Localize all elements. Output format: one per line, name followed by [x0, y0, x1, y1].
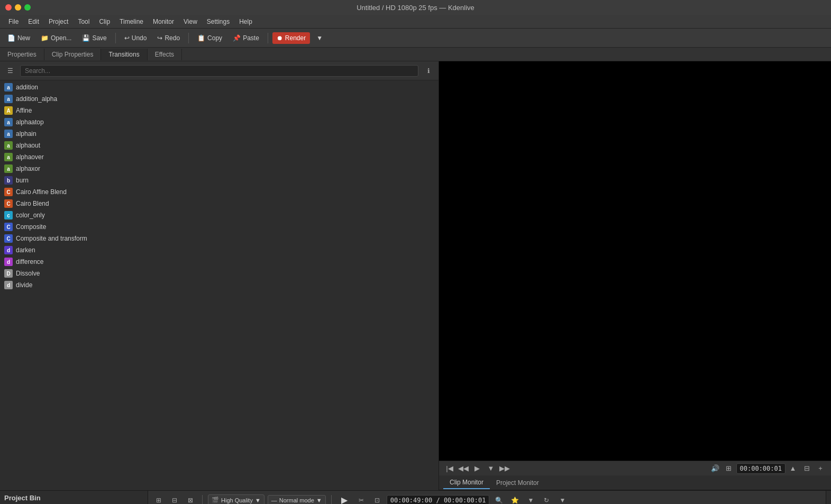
preview-controls-bar: |◀ ◀◀ ▶ ▼ ▶▶ 🔊 ⊞ 00:00:00:01 ▲ ⊟ + [439, 461, 831, 475]
timeline-ripple-button[interactable]: ⊟ [168, 494, 181, 505]
preview-controls-group: |◀ ◀◀ ▶ ▼ ▶▶ [443, 462, 511, 475]
preview-extra-controls: 🔊 ⊞ 00:00:00:01 ▲ ⊟ + [709, 462, 827, 475]
transitions-search-input[interactable] [20, 65, 418, 77]
timecode-up[interactable]: ▲ [787, 462, 799, 475]
timeline-zoom-in-button[interactable]: 🔍 [492, 494, 505, 505]
play-dropdown-button[interactable]: ▼ [485, 462, 497, 475]
redo-button[interactable]: ↪ Redo [153, 32, 184, 44]
add-marker-button[interactable]: + [814, 462, 827, 475]
save-icon: 💾 [82, 34, 90, 42]
save-button[interactable]: 💾 Save [78, 32, 111, 44]
window-title: Untitled / HD 1080p 25 fps — Kdenlive [357, 4, 474, 12]
transition-name: alphaout [16, 142, 40, 149]
menu-project[interactable]: Project [44, 17, 72, 26]
menu-edit[interactable]: Edit [24, 17, 43, 26]
copy-button[interactable]: 📋 Copy [193, 32, 226, 44]
menu-file[interactable]: File [4, 17, 23, 26]
transition-item[interactable]: ddivide [0, 279, 439, 291]
titlebar: Untitled / HD 1080p 25 fps — Kdenlive [0, 0, 831, 15]
tab-effects[interactable]: Effects [148, 49, 182, 60]
open-button[interactable]: 📁 Open... [36, 32, 76, 44]
timeline-extra-dropdown[interactable]: ▼ [556, 494, 569, 505]
volume-button[interactable]: 🔊 [709, 462, 722, 475]
timeline-loop-button[interactable]: ↻ [540, 494, 553, 505]
copy-icon: 📋 [197, 34, 205, 42]
transition-icon: C [4, 199, 13, 208]
transition-item[interactable]: ccolor_only [0, 209, 439, 221]
undo-icon: ↩ [124, 34, 130, 42]
transition-item[interactable]: ddarken [0, 244, 439, 256]
transition-icon: C [4, 188, 13, 196]
transition-item[interactable]: bburn [0, 175, 439, 186]
maximize-button[interactable] [24, 4, 31, 11]
menu-help[interactable]: Help [235, 17, 257, 26]
paste-button[interactable]: 📌 Paste [229, 32, 263, 44]
transition-icon: A [4, 106, 13, 115]
transition-item[interactable]: aaddition_alpha [0, 93, 439, 105]
window-controls [5, 4, 31, 11]
transition-name: Composite [16, 223, 46, 231]
transition-name: Composite and transform [16, 235, 87, 242]
transition-item[interactable]: CComposite and transform [0, 233, 439, 244]
clip-monitor-tab[interactable]: Clip Monitor [443, 476, 490, 489]
transition-item[interactable]: ddifference [0, 256, 439, 268]
transition-item[interactable]: CCairo Affine Blend [0, 186, 439, 198]
project-monitor-tab[interactable]: Project Monitor [490, 477, 545, 489]
timeline-play-button[interactable]: ▶ [337, 493, 352, 505]
tab-properties[interactable]: Properties [0, 49, 44, 60]
play-pause-button[interactable]: ▶ [471, 462, 483, 475]
transition-item[interactable]: aaddition [0, 81, 439, 93]
transition-item[interactable]: aalphaxor [0, 163, 439, 175]
menu-clip[interactable]: Clip [95, 17, 114, 26]
render-dropdown-button[interactable]: ▼ [312, 32, 327, 44]
transition-item[interactable]: CCairo Blend [0, 198, 439, 209]
transition-item[interactable]: aalphaover [0, 151, 439, 163]
transition-name: color_only [16, 212, 45, 219]
mode-label: Normal mode [279, 497, 314, 503]
timeline-cut-button[interactable]: ✂ [355, 494, 368, 505]
transition-item[interactable]: CComposite [0, 221, 439, 233]
tab-transitions[interactable]: Transitions [101, 49, 147, 60]
timeline-zone-button[interactable]: ⭐ [508, 494, 521, 505]
menu-tool[interactable]: Tool [74, 17, 94, 26]
transitions-panel: ☰ ℹ aadditionaaddition_alphaAAffineaalph… [0, 61, 439, 490]
tab-clip-properties[interactable]: Clip Properties [44, 49, 102, 60]
timeline-snap-button[interactable]: ⊞ [152, 494, 165, 505]
info-button[interactable]: ℹ [423, 65, 434, 77]
transition-icon: b [4, 176, 13, 185]
transition-item[interactable]: DDissolve [0, 268, 439, 279]
close-button[interactable] [5, 4, 12, 11]
transitions-list: aadditionaaddition_alphaAAffineaalphaato… [0, 80, 439, 490]
quality-icon: 🎬 [212, 497, 219, 503]
right-scrollbar[interactable] [826, 491, 831, 504]
step-forward-button[interactable]: ▶▶ [498, 462, 511, 475]
transition-icon: c [4, 211, 13, 219]
menu-view[interactable]: View [179, 17, 202, 26]
timeline-group-button[interactable]: ⊠ [184, 494, 197, 505]
list-icon-button[interactable]: ☰ [4, 65, 16, 77]
render-button[interactable]: ⏺ Render [272, 32, 310, 44]
minimize-button[interactable] [15, 4, 21, 11]
step-back-button[interactable]: ◀◀ [457, 462, 470, 475]
quality-dropdown[interactable]: 🎬 High Quality ▼ [208, 494, 264, 504]
fullscreen-fit-button[interactable]: ⊞ [723, 462, 735, 475]
transition-name: alphain [16, 130, 36, 138]
grid-button[interactable]: ⊟ [800, 462, 813, 475]
transition-item[interactable]: AAffine [0, 105, 439, 116]
tab-bar: Properties Clip Properties Transitions E… [0, 48, 831, 61]
new-button[interactable]: 📄 New [3, 32, 34, 44]
go-to-start-button[interactable]: |◀ [443, 462, 456, 475]
timeline-extract-button[interactable]: ⊡ [371, 494, 383, 505]
undo-button[interactable]: ↩ Undo [120, 32, 151, 44]
menu-timeline[interactable]: Timeline [115, 17, 148, 26]
transition-item[interactable]: aalphain [0, 128, 439, 140]
transition-item[interactable]: aalphaatop [0, 116, 439, 128]
transition-name: alphaover [16, 153, 44, 161]
menu-settings[interactable]: Settings [203, 17, 234, 26]
transition-item[interactable]: aalphaout [0, 140, 439, 151]
timeline-zone-dropdown[interactable]: ▼ [524, 494, 537, 505]
bottom-layout: Project Bin ⊞ 📁 — ☰ Name ▲ ⊞ ⊟ ⊠ 🎬 High … [0, 490, 831, 504]
transition-name: alphaatop [16, 118, 44, 126]
mode-dropdown[interactable]: — Normal mode ▼ [268, 495, 326, 505]
menu-monitor[interactable]: Monitor [149, 17, 178, 26]
